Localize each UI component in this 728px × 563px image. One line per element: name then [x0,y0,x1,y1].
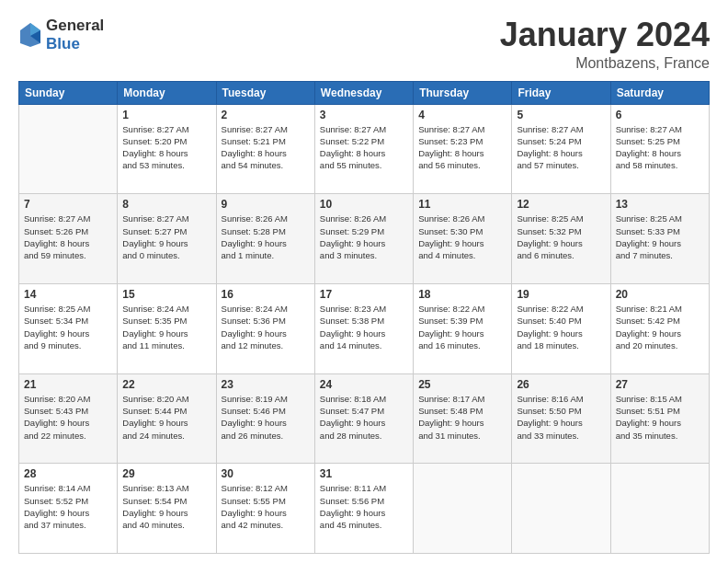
day-number: 7 [24,198,112,211]
day-number: 14 [24,288,112,301]
day-number: 11 [418,198,506,211]
calendar-cell: 8Sunrise: 8:27 AMSunset: 5:27 PMDaylight… [118,194,216,284]
calendar-week-row: 1Sunrise: 8:27 AMSunset: 5:20 PMDaylight… [19,104,710,194]
calendar-week-row: 21Sunrise: 8:20 AMSunset: 5:43 PMDayligh… [19,373,710,464]
calendar-cell [19,104,118,194]
day-number: 5 [517,109,605,121]
day-info: Sunrise: 8:26 AMSunset: 5:29 PMDaylight:… [320,213,408,261]
calendar-cell: 25Sunrise: 8:17 AMSunset: 5:48 PMDayligh… [414,373,512,464]
day-number: 12 [517,198,605,211]
day-info: Sunrise: 8:27 AMSunset: 5:20 PMDaylight:… [122,123,210,172]
calendar-week-row: 7Sunrise: 8:27 AMSunset: 5:26 PMDaylight… [19,194,710,284]
day-number: 22 [122,378,210,391]
calendar-cell: 27Sunrise: 8:15 AMSunset: 5:51 PMDayligh… [610,373,709,464]
calendar-cell: 23Sunrise: 8:19 AMSunset: 5:46 PMDayligh… [216,373,314,464]
day-info: Sunrise: 8:17 AMSunset: 5:48 PMDaylight:… [418,393,506,442]
day-number: 15 [122,288,210,301]
day-number: 9 [222,198,310,211]
calendar-cell: 28Sunrise: 8:14 AMSunset: 5:52 PMDayligh… [19,464,118,554]
calendar-cell: 26Sunrise: 8:16 AMSunset: 5:50 PMDayligh… [512,373,610,464]
day-info: Sunrise: 8:25 AMSunset: 5:33 PMDaylight:… [616,213,704,261]
day-number: 13 [616,198,704,211]
calendar-cell: 1Sunrise: 8:27 AMSunset: 5:20 PMDaylight… [118,104,216,194]
calendar-cell: 24Sunrise: 8:18 AMSunset: 5:47 PMDayligh… [314,373,413,464]
logo: General Blue [18,17,104,53]
calendar-week-row: 14Sunrise: 8:25 AMSunset: 5:34 PMDayligh… [19,283,710,373]
day-number: 27 [616,378,704,391]
day-header-tuesday: Tuesday [216,81,314,104]
calendar-cell: 6Sunrise: 8:27 AMSunset: 5:25 PMDaylight… [610,104,709,194]
day-header-wednesday: Wednesday [314,81,413,104]
calendar-cell: 4Sunrise: 8:27 AMSunset: 5:23 PMDaylight… [414,104,512,194]
calendar-cell: 11Sunrise: 8:26 AMSunset: 5:30 PMDayligh… [414,194,512,284]
logo-icon [18,21,42,49]
day-number: 31 [320,467,408,480]
calendar-cell: 18Sunrise: 8:22 AMSunset: 5:39 PMDayligh… [414,283,512,373]
day-number: 17 [320,288,408,301]
calendar-cell: 15Sunrise: 8:24 AMSunset: 5:35 PMDayligh… [118,283,216,373]
day-info: Sunrise: 8:16 AMSunset: 5:50 PMDaylight:… [517,393,605,442]
day-info: Sunrise: 8:27 AMSunset: 5:24 PMDaylight:… [517,123,605,172]
calendar-table: SundayMondayTuesdayWednesdayThursdayFrid… [18,81,710,554]
day-info: Sunrise: 8:27 AMSunset: 5:23 PMDaylight:… [418,123,506,172]
day-number: 25 [418,378,506,391]
day-info: Sunrise: 8:21 AMSunset: 5:42 PMDaylight:… [616,303,704,351]
day-info: Sunrise: 8:13 AMSunset: 5:54 PMDaylight:… [122,482,210,531]
calendar-cell: 3Sunrise: 8:27 AMSunset: 5:22 PMDaylight… [314,104,413,194]
day-header-friday: Friday [512,81,610,104]
day-info: Sunrise: 8:22 AMSunset: 5:40 PMDaylight:… [517,303,605,351]
day-number: 16 [222,288,310,301]
day-header-sunday: Sunday [19,81,118,104]
calendar-cell: 16Sunrise: 8:24 AMSunset: 5:36 PMDayligh… [216,283,314,373]
calendar-location: Montbazens, France [500,55,710,72]
day-header-saturday: Saturday [610,81,709,104]
day-info: Sunrise: 8:19 AMSunset: 5:46 PMDaylight:… [222,393,310,442]
day-info: Sunrise: 8:22 AMSunset: 5:39 PMDaylight:… [418,303,506,351]
title-section: January 2024 Montbazens, France [500,17,710,72]
calendar-cell: 13Sunrise: 8:25 AMSunset: 5:33 PMDayligh… [610,194,709,284]
calendar-cell: 2Sunrise: 8:27 AMSunset: 5:21 PMDaylight… [216,104,314,194]
day-info: Sunrise: 8:27 AMSunset: 5:21 PMDaylight:… [222,123,310,172]
calendar-week-row: 28Sunrise: 8:14 AMSunset: 5:52 PMDayligh… [19,464,710,554]
day-number: 8 [122,198,210,211]
calendar-title: January 2024 [500,17,710,53]
logo-general-text: General [46,17,104,34]
day-number: 19 [517,288,605,301]
day-number: 29 [122,467,210,480]
day-info: Sunrise: 8:24 AMSunset: 5:35 PMDaylight:… [122,303,210,351]
day-number: 10 [320,198,408,211]
calendar-cell: 5Sunrise: 8:27 AMSunset: 5:24 PMDaylight… [512,104,610,194]
day-info: Sunrise: 8:25 AMSunset: 5:34 PMDaylight:… [24,303,112,351]
calendar-cell: 21Sunrise: 8:20 AMSunset: 5:43 PMDayligh… [19,373,118,464]
day-number: 4 [418,109,506,121]
calendar-cell: 31Sunrise: 8:11 AMSunset: 5:56 PMDayligh… [314,464,413,554]
calendar-header-row: SundayMondayTuesdayWednesdayThursdayFrid… [19,81,710,104]
day-number: 18 [418,288,506,301]
day-info: Sunrise: 8:20 AMSunset: 5:44 PMDaylight:… [122,393,210,442]
day-number: 2 [222,109,310,121]
calendar-cell [512,464,610,554]
day-info: Sunrise: 8:20 AMSunset: 5:43 PMDaylight:… [24,393,112,442]
day-number: 24 [320,378,408,391]
day-number: 3 [320,109,408,121]
day-number: 23 [222,378,310,391]
day-number: 28 [24,467,112,480]
day-info: Sunrise: 8:15 AMSunset: 5:51 PMDaylight:… [616,393,704,442]
header: General Blue January 2024 Montbazens, Fr… [18,17,710,72]
calendar-cell: 30Sunrise: 8:12 AMSunset: 5:55 PMDayligh… [216,464,314,554]
calendar-cell: 29Sunrise: 8:13 AMSunset: 5:54 PMDayligh… [118,464,216,554]
calendar-cell: 17Sunrise: 8:23 AMSunset: 5:38 PMDayligh… [314,283,413,373]
calendar-cell: 10Sunrise: 8:26 AMSunset: 5:29 PMDayligh… [314,194,413,284]
day-number: 20 [616,288,704,301]
day-info: Sunrise: 8:27 AMSunset: 5:26 PMDaylight:… [24,213,112,261]
day-header-thursday: Thursday [414,81,512,104]
day-number: 1 [122,109,210,121]
calendar-cell [414,464,512,554]
day-header-monday: Monday [118,81,216,104]
day-info: Sunrise: 8:12 AMSunset: 5:55 PMDaylight:… [222,482,310,531]
calendar-cell: 22Sunrise: 8:20 AMSunset: 5:44 PMDayligh… [118,373,216,464]
calendar-cell: 20Sunrise: 8:21 AMSunset: 5:42 PMDayligh… [610,283,709,373]
day-info: Sunrise: 8:26 AMSunset: 5:28 PMDaylight:… [222,213,310,261]
day-info: Sunrise: 8:27 AMSunset: 5:25 PMDaylight:… [616,123,704,172]
day-info: Sunrise: 8:14 AMSunset: 5:52 PMDaylight:… [24,482,112,531]
